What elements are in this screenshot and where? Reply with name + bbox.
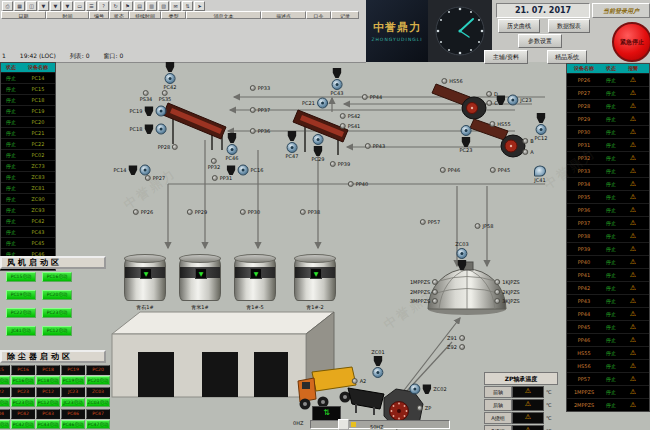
marker-label: PP32 [208, 165, 220, 170]
silo-3[interactable]: ▼青1#-5 [234, 254, 276, 312]
marker-label: PS42 [348, 114, 361, 119]
silo-4[interactable]: ▼青1#-2 [294, 254, 336, 312]
indicator-dot-icon [486, 91, 492, 97]
indicator-dot-icon [300, 209, 306, 215]
screen-machine-1[interactable] [163, 103, 226, 150]
indicator-dot-icon [494, 298, 500, 304]
marker-JC41[interactable]: JC41 [534, 166, 546, 183]
indicator-dot-icon [348, 181, 354, 187]
marker-label: HS55 [497, 122, 510, 127]
frequency-min-label: 0HZ [293, 420, 303, 426]
slider-handle[interactable] [338, 419, 349, 430]
fan-icon [227, 144, 238, 155]
marker-3MPPZS: 3MPPZS [410, 298, 438, 304]
indicator-dot-icon [417, 405, 423, 411]
marker-PC23[interactable]: PC23 [460, 125, 473, 153]
silo-2[interactable]: ▼青米1# [179, 254, 221, 312]
marker-label: 1KJPZS [502, 280, 520, 285]
marker-label: JP58 [483, 224, 494, 229]
marker-label: PP31 [220, 176, 232, 181]
marker-PC47[interactable]: PC47 [286, 131, 299, 159]
marker-label: ZC01 [371, 350, 384, 355]
marker-label: PP28 [158, 145, 170, 150]
marker-PS35: PS35 [159, 90, 172, 102]
indicator-dot-icon [432, 279, 438, 285]
marker-label: 2MPPZS [410, 290, 430, 295]
marker-2MPPZS: 2MPPZS [410, 289, 438, 295]
marker-label: 3MPPZS [410, 299, 430, 304]
marker-2KJPZS: 2KJPZS [494, 289, 520, 295]
marker-label: PP30 [248, 210, 260, 215]
marker-label: PP45 [498, 168, 510, 173]
marker-ZC01[interactable]: ZC01 [371, 350, 384, 378]
marker-label: PC16 [251, 168, 264, 173]
marker-3KJPZS: 3KJPZS [494, 298, 520, 304]
marker-label: B [530, 139, 533, 144]
hopper-icon [496, 95, 505, 105]
fan-icon [287, 142, 298, 153]
marker-PC46[interactable]: PC46 [226, 133, 239, 161]
hopper-icon [166, 62, 175, 72]
marker-PP37: PP37 [250, 107, 270, 113]
hopper-icon [374, 356, 383, 366]
silo-body [294, 258, 336, 301]
indicator-dot-icon [340, 113, 346, 119]
marker-ZC02[interactable]: ZC02 [409, 384, 446, 395]
marker-PS34: PS34 [140, 90, 153, 102]
marker-label: PP38 [308, 210, 320, 215]
vibrating-feeder[interactable] [348, 388, 384, 415]
silo-gate-icon: ▼ [195, 268, 207, 279]
marker-PC21[interactable]: PC21 [302, 98, 328, 109]
marker-B: B [522, 138, 533, 144]
marker-JP58: JP58 [475, 223, 494, 229]
hopper-icon [333, 68, 342, 78]
marker-PC18[interactable]: PC18 [130, 124, 167, 135]
marker-JC23[interactable]: JC23 [496, 95, 531, 106]
marker-1KJPZS: 1KJPZS [494, 279, 520, 285]
marker-label: 2KJPZS [502, 290, 520, 295]
silo-label: 青米1# [179, 304, 221, 310]
marker-PC19[interactable]: PC19 [130, 106, 167, 117]
marker-label: PP36 [258, 129, 270, 134]
marker-label: PC21 [302, 101, 315, 106]
indicator-dot-icon [250, 107, 256, 113]
indicator-dot-icon [420, 219, 426, 225]
marker-label: 1MPPZS [410, 280, 430, 285]
scada-screen: 中誉鼎力 中誉鼎力 中誉鼎力 [0, 0, 650, 430]
silo-label: 青1#-5 [234, 304, 276, 310]
marker-PC43[interactable]: PC43 [331, 68, 344, 96]
marker-PP46: PP46 [440, 167, 460, 173]
marker-HS56: HS56 [441, 78, 462, 84]
marker-label: Z92 [447, 345, 457, 350]
silo-cap [294, 254, 336, 263]
silo-gate-icon: ▼ [140, 268, 152, 279]
silo-gate-icon: ▼ [310, 268, 322, 279]
marker-A: A [522, 149, 533, 155]
silo-1[interactable]: ▼青石1# [124, 254, 166, 312]
marker-label: PP26 [141, 210, 153, 215]
indicator-dot-icon [330, 161, 336, 167]
marker-label: PC12 [535, 136, 548, 141]
marker-PP26: PP26 [133, 209, 153, 215]
marker-PC16[interactable]: PC16 [227, 165, 264, 176]
marker-label: PS35 [159, 97, 172, 102]
fan-icon [461, 125, 472, 136]
marker-PC42[interactable]: PC42 [164, 62, 177, 90]
indicator-dot-icon [441, 78, 447, 84]
marker-label: PP57 [428, 220, 440, 225]
marker-label: A [530, 150, 533, 155]
marker-PP43: PP43 [365, 143, 385, 149]
fan-icon [536, 124, 547, 135]
indicator-dot-icon [172, 144, 178, 150]
marker-A2: A2 [352, 378, 367, 384]
marker-label: PP29 [195, 210, 207, 215]
hopper-icon [227, 165, 236, 175]
silo-body [124, 258, 166, 301]
marker-PC29[interactable]: PC29 [312, 134, 325, 162]
marker-PC14[interactable]: PC14 [114, 165, 151, 176]
marker-label: PP37 [258, 108, 270, 113]
marker-ZC03[interactable]: ZC03 [455, 242, 468, 270]
marker-label: PC19 [130, 109, 143, 114]
crusher-1[interactable] [462, 97, 486, 119]
marker-PC12[interactable]: PC12 [535, 113, 548, 141]
